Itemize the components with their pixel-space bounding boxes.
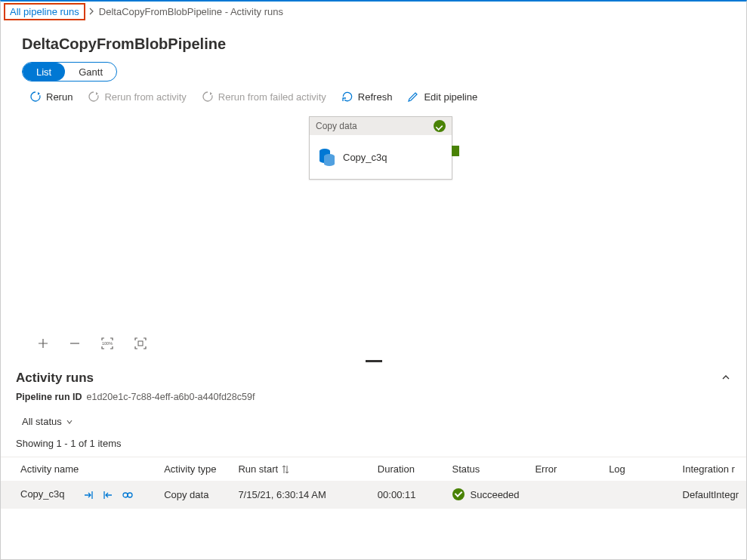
rerun-activity-label: Rerun from activity — [104, 91, 186, 103]
breadcrumb-all-runs-link[interactable]: All pipeline runs — [4, 3, 85, 20]
col-activity-type[interactable]: Activity type — [156, 457, 230, 482]
table-row[interactable]: Copy_c3q Copy data 7/15/21, 6:30:14 AM 0… — [1, 481, 746, 509]
activity-name-label: Copy_c3q — [343, 152, 387, 163]
database-icon — [319, 147, 335, 167]
activity-runs-title: Activity runs — [16, 371, 94, 386]
run-id-value: e1d20e1c-7c88-4eff-a6b0-a440fd28c59f — [87, 392, 255, 402]
page-title: DeltaCopyFromBlobPipeline — [1, 22, 746, 62]
activity-card-body: Copy_c3q — [310, 135, 452, 179]
col-status[interactable]: Status — [445, 457, 528, 482]
activity-card[interactable]: Copy data Copy_c3q — [309, 116, 452, 180]
col-integration-runtime[interactable]: Integration r — [675, 457, 746, 482]
activity-runs-table: Activity name Activity type Run start Du… — [1, 457, 746, 509]
zoom-reset-button[interactable]: 100% — [100, 337, 114, 352]
col-run-start-label: Run start — [238, 463, 278, 475]
svg-rect-3 — [138, 341, 143, 346]
activity-output-port[interactable] — [452, 146, 459, 156]
col-log[interactable]: Log — [601, 457, 674, 482]
status-filter-dropdown[interactable]: All status — [1, 413, 746, 433]
cell-activity-name: Copy_c3q — [20, 488, 65, 500]
rerun-button[interactable]: Rerun — [29, 91, 73, 103]
edit-pipeline-label: Edit pipeline — [424, 91, 477, 103]
zoom-out-button[interactable] — [69, 337, 81, 352]
input-icon[interactable] — [82, 489, 94, 501]
cell-run-start: 7/15/21, 6:30:14 AM — [230, 481, 369, 509]
zoom-fit-button[interactable] — [134, 337, 147, 352]
run-id-label: Pipeline run ID — [16, 392, 82, 402]
results-count: Showing 1 - 1 of 1 items — [1, 433, 746, 457]
breadcrumb-separator — [88, 6, 94, 17]
output-icon[interactable] — [102, 489, 114, 501]
svg-text:100%: 100% — [102, 341, 113, 346]
view-toggle: List Gantt — [22, 62, 117, 82]
activity-type-label: Copy data — [316, 121, 357, 131]
cell-log — [601, 481, 674, 509]
svg-point-5 — [128, 493, 132, 497]
edit-icon — [407, 91, 419, 103]
breadcrumb-current: DeltaCopyFromBlobPipeline - Activity run… — [97, 5, 285, 19]
cell-integration-runtime: DefaultIntegr — [675, 481, 746, 509]
activity-runs-header: Activity runs — [1, 365, 746, 390]
col-error[interactable]: Error — [527, 457, 601, 482]
chevron-down-icon — [65, 417, 74, 426]
rerun-activity-icon — [88, 91, 100, 103]
breadcrumb: All pipeline runs DeltaCopyFromBlobPipel… — [1, 2, 746, 22]
rerun-failed-label: Rerun from failed activity — [218, 91, 326, 103]
status-filter-label: All status — [22, 416, 62, 427]
success-status-icon — [434, 120, 446, 132]
success-icon — [452, 488, 465, 500]
pipeline-run-id-row: Pipeline run ID e1d20e1c-7c88-4eff-a6b0-… — [1, 390, 746, 413]
cell-error — [527, 481, 601, 509]
refresh-icon — [341, 91, 353, 103]
cell-activity-type: Copy data — [156, 481, 230, 509]
zoom-in-button[interactable] — [37, 337, 49, 352]
rerun-icon — [29, 91, 42, 103]
cell-duration: 00:00:11 — [370, 481, 445, 509]
rerun-label: Rerun — [46, 91, 73, 103]
refresh-button[interactable]: Refresh — [341, 91, 393, 103]
col-activity-name[interactable]: Activity name — [1, 457, 156, 482]
view-toggle-list[interactable]: List — [23, 63, 65, 81]
edit-pipeline-button[interactable]: Edit pipeline — [407, 91, 477, 103]
action-bar: Rerun Rerun from activity Rerun from fai… — [1, 82, 746, 110]
sort-icon — [281, 464, 290, 475]
activity-card-header: Copy data — [310, 117, 452, 135]
col-duration[interactable]: Duration — [370, 457, 445, 482]
pipeline-canvas[interactable]: Copy data Copy_c3q — [1, 110, 746, 337]
refresh-label: Refresh — [358, 91, 393, 103]
svg-point-4 — [123, 493, 128, 497]
rerun-from-activity-button: Rerun from activity — [88, 91, 186, 103]
cell-status: Succeeded — [471, 489, 520, 500]
zoom-controls: 100% — [1, 337, 746, 360]
collapse-section-button[interactable] — [721, 372, 731, 385]
rerun-failed-icon — [202, 91, 214, 103]
view-toggle-gantt[interactable]: Gantt — [65, 63, 116, 81]
col-run-start[interactable]: Run start — [230, 457, 369, 482]
rerun-from-failed-button: Rerun from failed activity — [202, 91, 326, 103]
details-icon[interactable] — [122, 489, 134, 501]
